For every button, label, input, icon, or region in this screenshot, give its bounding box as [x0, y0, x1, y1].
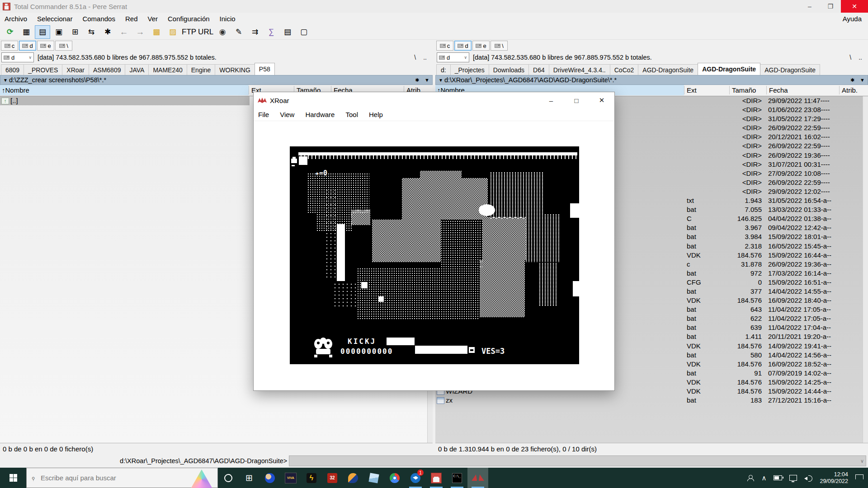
toolbar-button[interactable]: ◉	[215, 25, 230, 39]
taskbar-clock[interactable]: 12:04 29/09/2022	[820, 471, 848, 485]
menu-item[interactable]: Archivo	[5, 15, 27, 23]
drive-button[interactable]: c	[436, 41, 453, 51]
taskbar-app-button[interactable]	[218, 468, 239, 488]
right-drive-select[interactable]: d ∨	[437, 52, 469, 62]
toolbar-button[interactable]: ⊞	[67, 25, 83, 39]
right-panel-tab[interactable]: _Projectes	[450, 64, 489, 75]
toolbar-button[interactable]: FTP	[181, 25, 197, 39]
menu-item[interactable]: Configuración	[168, 15, 210, 23]
toolbar-button[interactable]: ▦	[19, 25, 34, 39]
taskbar-app-button[interactable]: ⊞	[239, 468, 259, 488]
close-button[interactable]: ✕	[841, 0, 868, 13]
right-panel-tab[interactable]: DriveWire4_4.3.4..	[549, 64, 610, 75]
toolbar-button[interactable]: ▢	[296, 25, 311, 39]
menu-item[interactable]: Ver	[148, 15, 158, 23]
left-panel-tab[interactable]: WORKING	[215, 64, 255, 75]
header-ext[interactable]: Ext	[685, 85, 729, 95]
taskbar-search[interactable]: ⌕	[26, 468, 218, 488]
network-icon[interactable]	[789, 475, 797, 481]
search-input[interactable]	[40, 474, 186, 482]
right-root-button[interactable]: \	[848, 54, 853, 61]
taskbar-app-button[interactable]	[259, 468, 280, 488]
left-panel-tab[interactable]: P58	[255, 63, 275, 75]
xroar-minimize-button[interactable]: –	[538, 92, 564, 108]
taskbar-app-button[interactable]: C:\_	[447, 468, 467, 488]
chevron-up-icon[interactable]: ∧	[761, 474, 766, 482]
left-panel-tab[interactable]: _PROVES	[24, 64, 62, 75]
file-row[interactable]: zx bat 183 27/12/2021 15:16-a--	[435, 396, 868, 405]
drive-button[interactable]: d	[19, 41, 36, 51]
toolbar-button[interactable]: ▤	[35, 25, 50, 39]
drive-button[interactable]: e	[37, 41, 54, 51]
taskbar-app-button[interactable]: 1	[405, 468, 426, 488]
right-panel-tab[interactable]: Downloads	[489, 64, 529, 75]
toolbar-button[interactable]: URL	[198, 25, 214, 39]
toolbar-button[interactable]: ∑	[264, 25, 279, 39]
right-scrollbar[interactable]	[863, 96, 868, 443]
right-panel-tab[interactable]: CoCo2	[610, 64, 639, 75]
xroar-menu-item[interactable]: Hardware	[305, 111, 335, 118]
drive-button[interactable]: c	[1, 41, 18, 51]
menu-item[interactable]: Red	[125, 15, 138, 23]
right-panel-tab[interactable]: d:	[436, 64, 451, 75]
header-fecha[interactable]: Fecha	[767, 85, 839, 95]
header-tamano[interactable]: Tamaño	[730, 85, 766, 95]
toolbar-button[interactable]: ⟳	[2, 25, 18, 39]
command-line-input[interactable]: ∨	[289, 455, 866, 466]
left-path-bar[interactable]: ▼ d:\ZZZ_crear screenshots\P58\*.* ✱ ▼	[0, 75, 433, 85]
right-updir-button[interactable]: ..	[857, 54, 863, 61]
left-panel-tab[interactable]: MAME240	[148, 64, 187, 75]
drive-button[interactable]: e	[472, 41, 490, 51]
toolbar-button[interactable]: ✱	[100, 25, 115, 39]
volume-icon[interactable]	[804, 475, 812, 481]
taskbar-app-button[interactable]	[384, 468, 405, 488]
left-panel-tab[interactable]: JAVA	[125, 64, 149, 75]
menu-item-ayuda[interactable]: Ayuda	[843, 15, 862, 23]
people-icon[interactable]	[747, 475, 754, 481]
right-panel-tab[interactable]: D64	[528, 64, 549, 75]
notifications-icon[interactable]	[855, 474, 863, 482]
menu-item[interactable]: Comandos	[82, 15, 115, 23]
left-panel-tab[interactable]: ASM6809	[89, 64, 125, 75]
toolbar-button[interactable]: ←	[116, 25, 132, 39]
favorites-star-icon[interactable]: ✱	[850, 77, 854, 83]
toolbar-button[interactable]: ▤	[280, 25, 295, 39]
taskbar-app-button[interactable]: ϟ	[301, 468, 322, 488]
toolbar-button[interactable]: ⇉	[247, 25, 263, 39]
start-button[interactable]	[0, 468, 26, 488]
battery-icon[interactable]	[774, 475, 782, 480]
xroar-titlebar[interactable]: XRoar – □ ✕	[254, 92, 614, 108]
xroar-close-button[interactable]: ✕	[589, 92, 614, 108]
taskbar-app-button[interactable]: 32	[322, 468, 343, 488]
toolbar-button[interactable]: ✎	[231, 25, 246, 39]
drive-button[interactable]: \	[55, 41, 72, 51]
xroar-menu-item[interactable]: View	[280, 111, 294, 118]
taskbar-app-button[interactable]	[363, 468, 384, 488]
xroar-menu-item[interactable]: Help	[369, 111, 383, 118]
taskbar-app-button[interactable]	[343, 468, 363, 488]
right-path-bar[interactable]: ▼ d:\XRoar\_Projectes\_AGD6847\AGD\AGD-D…	[435, 75, 868, 85]
left-panel-tab[interactable]: XRoar	[62, 64, 89, 75]
header-nombre[interactable]: ↑Nombre	[0, 85, 249, 95]
xroar-menu-item[interactable]: Tool	[345, 111, 358, 118]
drive-button[interactable]: \	[491, 41, 508, 51]
right-panel-tab[interactable]: AGD-DragonSuite	[638, 64, 698, 75]
left-panel-tab[interactable]: Engine	[187, 64, 216, 75]
toolbar-button[interactable]: →	[132, 25, 148, 39]
toolbar-button[interactable]: ▣	[51, 25, 66, 39]
left-panel-tab[interactable]: 6809	[1, 64, 24, 75]
left-root-button[interactable]: \	[413, 54, 417, 61]
toolbar-button[interactable]: ▨	[165, 25, 180, 39]
history-arrow-icon[interactable]: ▼	[425, 77, 429, 83]
left-updir-button[interactable]: ..	[422, 54, 428, 61]
taskbar-app-button[interactable]: VIVA	[280, 468, 301, 488]
minimize-button[interactable]: –	[799, 0, 820, 13]
right-panel-tab[interactable]: AGD-DragonSuite	[698, 63, 760, 75]
history-arrow-icon[interactable]: ▼	[860, 77, 865, 83]
maximize-button[interactable]: ❐	[820, 0, 841, 13]
header-atrib[interactable]: Atrib.	[840, 85, 867, 95]
drive-button[interactable]: d	[454, 41, 472, 51]
favorites-star-icon[interactable]: ✱	[415, 77, 419, 83]
xroar-menu-item[interactable]: File	[258, 111, 269, 118]
taskbar-app-button[interactable]	[467, 468, 488, 488]
